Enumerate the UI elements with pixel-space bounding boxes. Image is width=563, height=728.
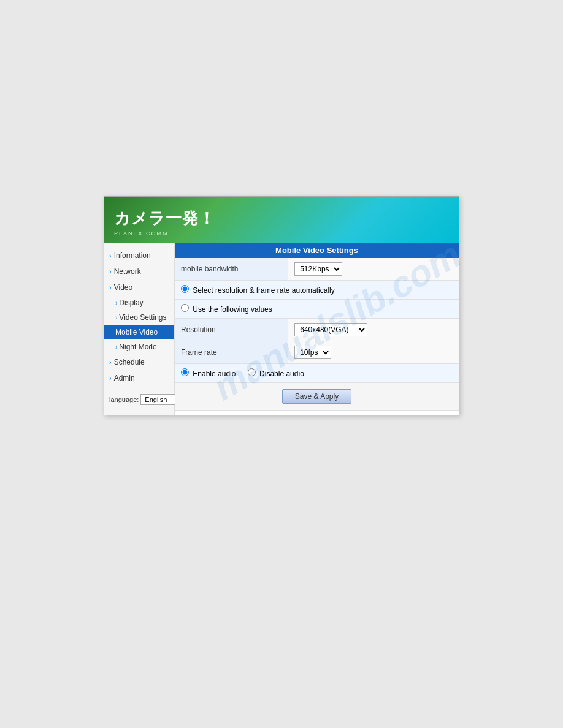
sidebar-item-label: Information: [114, 251, 151, 260]
enable-audio-label[interactable]: Enable audio: [181, 370, 238, 378]
sidebar-item-video-settings[interactable]: › Video Settings: [104, 310, 174, 325]
settings-table: mobile bandwidth 128Kbps 256Kbps 512Kbps…: [175, 258, 459, 411]
language-label: language:: [109, 396, 139, 403]
sidebar-item-video[interactable]: › Video: [104, 279, 174, 295]
resolution-label: Resolution: [175, 319, 288, 341]
sidebar-item-label: Video Settings: [119, 313, 166, 322]
sidebar-item-display[interactable]: › Display: [104, 295, 174, 310]
save-cell: Save & Apply: [175, 383, 459, 411]
sidebar-item-network[interactable]: › Network: [104, 264, 174, 279]
sidebar-item-label: Video: [114, 283, 132, 292]
table-row: Frame rate 5fps 10fps 15fps 20fps 25fps …: [175, 341, 459, 364]
table-row: Enable audio Disable audio: [175, 364, 459, 383]
save-apply-button[interactable]: Save & Apply: [282, 389, 351, 404]
resolution-select[interactable]: 320x240(QVGA) 640x480(VGA): [294, 323, 367, 336]
chevron-right-icon: ›: [109, 358, 112, 366]
chevron-right-icon: ›: [115, 314, 117, 321]
content-area: Mobile Video Settings mobile bandwidth 1…: [175, 243, 459, 415]
auto-resolution-cell: Select resolution & frame rate automatic…: [175, 281, 459, 300]
chevron-right-icon: ›: [109, 268, 112, 275]
sidebar-item-label: Mobile Video: [115, 328, 158, 336]
table-row: Select resolution & frame rate automatic…: [175, 281, 459, 300]
section-title: Mobile Video Settings: [175, 243, 459, 258]
camera-panel: カメラ一発！ PLANEX COMM. › Information › Netw…: [104, 196, 459, 415]
chevron-right-icon: ›: [109, 284, 112, 291]
sidebar-item-night-mode[interactable]: › Night Mode: [104, 339, 174, 354]
auto-resolution-radio[interactable]: [181, 285, 189, 293]
sidebar-item-label: Network: [114, 267, 141, 276]
bandwidth-value: 128Kbps 256Kbps 512Kbps 1Mbps 2Mbps: [288, 258, 459, 281]
chevron-right-icon: ›: [109, 252, 112, 259]
table-row: Use the following values: [175, 300, 459, 319]
auto-resolution-label[interactable]: Select resolution & frame rate automatic…: [181, 286, 335, 295]
enable-audio-radio[interactable]: [181, 368, 189, 376]
disable-audio-label[interactable]: Disable audio: [248, 370, 304, 378]
language-bar: language: English Japanese: [104, 389, 174, 410]
framerate-value: 5fps 10fps 15fps 20fps 25fps 30fps: [288, 341, 459, 364]
logo-text: カメラ一発！: [114, 208, 449, 229]
table-row: mobile bandwidth 128Kbps 256Kbps 512Kbps…: [175, 258, 459, 281]
panel-header: カメラ一発！ PLANEX COMM.: [104, 197, 459, 243]
sidebar-item-label: Schedule: [114, 358, 145, 366]
sidebar-item-information[interactable]: › Information: [104, 248, 174, 264]
sidebar-item-label: Display: [119, 298, 143, 307]
panel-body: › Information › Network › Video › Displ: [104, 243, 459, 415]
resolution-value: 320x240(QVGA) 640x480(VGA): [288, 319, 459, 341]
audio-cell: Enable audio Disable audio: [175, 364, 459, 383]
manual-resolution-radio[interactable]: [181, 304, 189, 312]
chevron-right-icon: ›: [115, 344, 117, 351]
chevron-right-icon: ›: [109, 374, 112, 382]
sidebar-item-admin[interactable]: › Admin: [104, 370, 174, 386]
framerate-select[interactable]: 5fps 10fps 15fps 20fps 25fps 30fps: [294, 346, 331, 359]
sidebar-item-schedule[interactable]: › Schedule: [104, 354, 174, 370]
framerate-label: Frame rate: [175, 341, 288, 364]
bandwidth-label: mobile bandwidth: [175, 258, 288, 281]
manual-resolution-label[interactable]: Use the following values: [181, 305, 272, 314]
bandwidth-select[interactable]: 128Kbps 256Kbps 512Kbps 1Mbps 2Mbps: [294, 262, 342, 276]
sidebar-item-mobile-video[interactable]: Mobile Video: [104, 325, 174, 339]
sidebar-item-label: Admin: [114, 374, 135, 382]
sidebar-item-label: Night Mode: [119, 343, 156, 351]
manual-resolution-cell: Use the following values: [175, 300, 459, 319]
table-row: Resolution 320x240(QVGA) 640x480(VGA): [175, 319, 459, 341]
sidebar: › Information › Network › Video › Displ: [104, 243, 175, 415]
table-row: Save & Apply: [175, 383, 459, 411]
logo-sub: PLANEX COMM.: [114, 230, 449, 237]
chevron-right-icon: ›: [115, 300, 117, 306]
disable-audio-radio[interactable]: [248, 368, 256, 376]
